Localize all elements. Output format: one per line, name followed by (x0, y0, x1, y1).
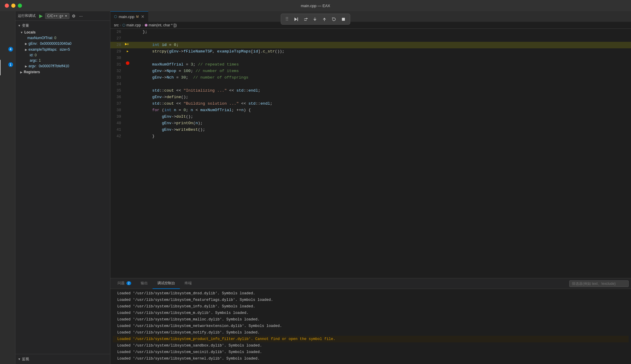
continue-button[interactable] (292, 16, 300, 23)
config-selector[interactable]: C/C++: g+ ▼ (45, 13, 69, 19)
var-gEnv-header[interactable]: ▶ gEnv: 0x000000010040a0 (18, 41, 110, 47)
panel-tabs: 问题 2 输出 调试控制台 终端 (110, 278, 631, 289)
sidebar-item-extensions[interactable] (0, 75, 15, 91)
maximize-button[interactable] (18, 4, 22, 8)
code-line-33: 33 gEnv->Nch = 30; // number of offsprin… (110, 74, 631, 81)
code-line-27: 27 (110, 35, 631, 42)
output-label: 输出 (141, 281, 148, 286)
settings-button[interactable]: ⚙ (71, 13, 77, 19)
var-argc: argc: 1 (18, 58, 110, 63)
locals-header[interactable]: ▼ Locals (18, 29, 110, 35)
code-line-26: 26 }; (110, 29, 631, 35)
chevron-right-icon: ▶ (25, 42, 27, 45)
chevron-down-icon: ▼ (18, 24, 21, 27)
close-button[interactable] (5, 4, 9, 8)
tab-terminal[interactable]: 终端 (180, 278, 196, 289)
code-line-34: 34 (110, 81, 631, 87)
code-line-41: 41 gEnv->writeBest(); (110, 127, 631, 133)
tab-debug-console[interactable]: 调试控制台 (153, 278, 180, 289)
step-into-button[interactable] (311, 16, 319, 23)
variables-header[interactable]: ▼ 变量 (15, 22, 110, 29)
chevron-right-icon: ▶ (25, 48, 27, 51)
var-maxNumOfTrial: maxNumOfTrial: 0 (18, 35, 110, 41)
source-control-badge: 4 (8, 47, 13, 52)
breadcrumb-file[interactable]: main.cpp (126, 23, 141, 27)
problems-label: 问题 (118, 281, 125, 286)
step-out-button[interactable] (320, 16, 329, 23)
code-line-29: 29 ▶ strcpy(gEnv->fFileNameTSP, exampleT… (110, 48, 631, 55)
window-controls[interactable] (5, 4, 22, 8)
watch-title: 监视 (22, 357, 29, 362)
cpp-icon: ⬡ (114, 15, 117, 19)
stop-button[interactable] (339, 16, 348, 23)
tab-output[interactable]: 输出 (136, 278, 153, 289)
log-line: Loaded '/usr/lib/system/libsystem_notify… (113, 329, 629, 336)
minimize-button[interactable] (11, 4, 15, 8)
breadcrumb-function[interactable]: main(int, char * []) (149, 23, 177, 27)
log-line: Loaded '/usr/lib/system/libsystem_secini… (113, 349, 629, 355)
registers-header[interactable]: ▶ Registers (18, 69, 110, 75)
code-line-31: 31 maxNumOfTrial = 3; // repeated times (110, 61, 631, 68)
bottom-panel: 问题 2 输出 调试控制台 终端 Loaded '/usr/lib/ (110, 278, 631, 364)
more-button[interactable]: ··· (78, 13, 84, 19)
chevron-right-icon: ▶ (20, 71, 23, 74)
debug-controls: ⠿ (281, 14, 350, 25)
activity-bar: 4 1 (0, 11, 15, 364)
variables-section: ▼ 变量 ▼ Locals maxNumOfTrial: 0 ▶ gEnv: 0… (15, 21, 110, 354)
svg-marker-25 (125, 43, 127, 45)
breakpoint-indicator (126, 61, 129, 65)
code-line-37: 37 std::cout << "Building solution ..." … (110, 100, 631, 107)
chevron-down-icon: ▼ (20, 31, 23, 34)
sidebar-item-source-control[interactable]: 4 (0, 44, 15, 60)
log-line: Loaded '/usr/lib/system/libsystem_networ… (113, 323, 629, 329)
watch-section: ▼ 监视 (15, 354, 110, 364)
problems-badge: 2 (126, 281, 131, 285)
code-line-39: 39 gEnv->doIt(); (110, 114, 631, 120)
sidebar-item-explorer[interactable] (0, 14, 15, 29)
debug-arrow (125, 42, 129, 48)
breadcrumb: src › ⬡ main.cpp › ⬟ main(int, char * []… (110, 22, 631, 29)
breadcrumb-src[interactable]: src (114, 23, 119, 27)
titlebar: main.cpp — EAX (0, 0, 631, 11)
tab-problems[interactable]: 问题 2 (113, 278, 136, 289)
editor-area: ⠿ (110, 11, 631, 364)
drag-handle[interactable]: ⠿ (283, 15, 291, 23)
debug-badge: 1 (8, 62, 13, 67)
run-button[interactable]: ▶ (38, 12, 44, 19)
sidebar-item-run-debug[interactable]: 1 (0, 60, 15, 75)
code-line-36: 36 gEnv->define(); (110, 94, 631, 100)
var-exampleTspMaps-header[interactable]: ▶ exampleTspMaps: size=5 (18, 47, 110, 52)
locals-group: ▼ Locals maxNumOfTrial: 0 ▶ gEnv: 0x0000… (15, 29, 110, 75)
cpp-file-icon: ⬡ (122, 23, 125, 27)
code-editor[interactable]: 26 }; 27 28 int id = 0; (110, 29, 631, 278)
sidebar: 运行和调试 ▶ C/C++: g+ ▼ ⚙ ··· ▼ 变量 ▼ Locals … (15, 11, 110, 364)
log-line: Loaded '/usr/lib/system/libsystem_m.dyli… (113, 310, 629, 316)
code-line-32: 32 gEnv->Npop = 100; // number of items (110, 68, 631, 74)
tab-modified-indicator: M (136, 15, 139, 18)
svg-rect-20 (297, 17, 298, 21)
log-line: Loaded '/usr/lib/system/libsystem_dnsd.d… (113, 290, 629, 297)
tab-close-button[interactable]: ✕ (141, 14, 145, 19)
sidebar-item-search[interactable] (0, 29, 15, 44)
registers-label: Registers (24, 70, 40, 74)
var-argv-header[interactable]: ▶ argv: 0x00007ff7bfeff410 (18, 63, 110, 69)
main-cpp-tab[interactable]: ⬡ main.cpp M ✕ (110, 11, 148, 22)
log-line: Loaded '/usr/lib/system/libsystem_kernel… (113, 355, 629, 362)
chevron-down-icon: ▼ (65, 15, 67, 17)
sidebar-item-testing[interactable] (0, 349, 15, 364)
restart-button[interactable] (330, 16, 338, 23)
code-line-35: 35 std::cout << "Initializing ..." << st… (110, 87, 631, 94)
watch-header[interactable]: ▼ 监视 (15, 355, 110, 363)
chevron-down-icon: ▼ (18, 357, 21, 361)
step-over-button[interactable] (301, 16, 310, 23)
log-line: Loaded '/usr/lib/system/libsystem_malloc… (113, 316, 629, 323)
debug-arrow-next: ▶ (127, 48, 129, 55)
log-line: Loaded '/usr/lib/system/libsystem_sandbo… (113, 342, 629, 349)
code-line-38: 38 for (int n = 0; n < maxNumOfTrial; ++… (110, 107, 631, 114)
svg-rect-24 (342, 18, 345, 21)
debug-toolbar: 运行和调试 ▶ C/C++: g+ ▼ ⚙ ··· (15, 11, 110, 21)
editor-container: 26 }; 27 28 int id = 0; (110, 29, 631, 364)
code-line-42: 42 } (110, 133, 631, 140)
panel-filter-input[interactable] (569, 280, 629, 287)
variables-title: 变量 (22, 23, 29, 28)
